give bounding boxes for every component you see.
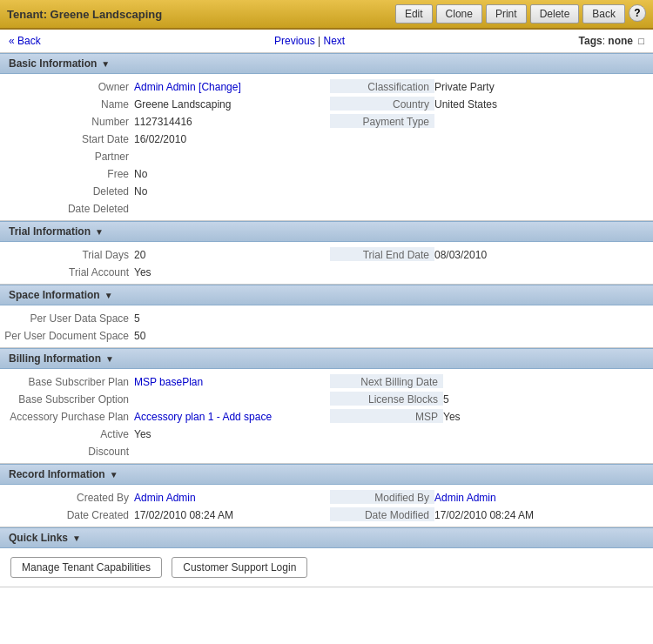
license-blocks-value: 5 xyxy=(443,392,449,406)
date-deleted-label: Date Deleted xyxy=(3,201,134,215)
trial-end-date-value: 08/03/2010 xyxy=(434,247,487,261)
base-subscriber-option-row: Base Subscriber Option xyxy=(0,390,326,407)
next-billing-date-row: Next Billing Date xyxy=(326,372,653,390)
base-subscriber-plan-row: Base Subscriber Plan MSP basePlan xyxy=(0,372,326,390)
billing-info-left: Base Subscriber Plan MSP basePlan Base S… xyxy=(0,372,326,460)
accessory-purchase-plan-value: Accessory plan 1 - Add space xyxy=(134,409,272,423)
owner-link[interactable]: Admin Admin xyxy=(134,81,196,93)
modified-by-row: Modified By Admin Admin xyxy=(326,488,653,506)
deleted-label: Deleted xyxy=(3,184,134,198)
modified-by-link[interactable]: Admin Admin xyxy=(434,492,496,504)
start-date-row: Start Date 16/02/2010 xyxy=(0,130,326,147)
back-button[interactable]: Back xyxy=(582,4,625,23)
delete-button[interactable]: Delete xyxy=(530,4,580,23)
space-info-content: Per User Data Space 5 Per User Document … xyxy=(0,305,653,347)
previous-link[interactable]: Previous xyxy=(274,35,315,47)
created-by-label: Created By xyxy=(3,490,134,504)
trial-account-label: Trial Account xyxy=(3,265,134,278)
quick-links-arrow[interactable]: ▼ xyxy=(72,533,81,543)
base-subscriber-plan-link[interactable]: MSP basePlan xyxy=(134,376,203,388)
quick-links-section: Quick Links ▼ Manage Tenant Capabilities… xyxy=(0,527,653,587)
trial-info-header: Trial Information ▼ xyxy=(0,221,653,242)
active-row: Active Yes xyxy=(0,425,326,442)
discount-label: Discount xyxy=(3,444,134,458)
trial-info-left: Trial Days 20 Trial Account Yes xyxy=(0,245,326,280)
record-info-right: Modified By Admin Admin Date Modified 17… xyxy=(326,488,653,523)
base-subscriber-plan-value: MSP basePlan xyxy=(134,374,203,388)
next-link[interactable]: Next xyxy=(324,35,346,47)
basic-info-content: Owner Admin Admin [Change] Name Greene L… xyxy=(0,74,653,220)
record-info-arrow[interactable]: ▼ xyxy=(110,470,118,480)
quick-links-content: Manage Tenant Capabilities Customer Supp… xyxy=(0,548,653,587)
basic-info-left: Owner Admin Admin [Change] Name Greene L… xyxy=(0,77,326,217)
owner-change-link[interactable]: [Change] xyxy=(199,81,241,93)
billing-info-arrow[interactable]: ▼ xyxy=(105,354,114,364)
per-user-data-value: 5 xyxy=(134,311,140,325)
date-modified-label: Date Modified xyxy=(330,507,434,521)
trial-end-date-label: Trial End Date xyxy=(330,247,434,261)
base-subscriber-option-label: Base Subscriber Option xyxy=(3,392,134,406)
classification-row: Classification Private Party xyxy=(326,77,653,95)
record-info-content: Created By Admin Admin Date Created 17/0… xyxy=(0,485,653,527)
record-info-title: Record Information xyxy=(9,468,105,480)
basic-info-right: Classification Private Party Country Uni… xyxy=(326,77,653,217)
number-row: Number 1127314416 xyxy=(0,112,326,130)
owner-row: Owner Admin Admin [Change] xyxy=(0,77,326,95)
number-value: 1127314416 xyxy=(134,114,192,128)
created-by-value: Admin Admin xyxy=(134,490,196,504)
accessory-purchase-plan-link[interactable]: Accessory plan 1 - Add space xyxy=(134,411,272,423)
space-info-header: Space Information ▼ xyxy=(0,285,653,305)
space-info-section: Space Information ▼ Per User Data Space … xyxy=(0,285,653,348)
trial-info-section: Trial Information ▼ Trial Days 20 Trial … xyxy=(0,221,653,285)
trial-info-right: Trial End Date 08/03/2010 xyxy=(326,245,653,280)
tags-edit-icon[interactable]: □ xyxy=(638,36,644,46)
free-label: Free xyxy=(3,166,134,180)
space-info-arrow[interactable]: ▼ xyxy=(104,291,113,300)
modified-by-value: Admin Admin xyxy=(434,490,496,504)
trial-info-grid: Trial Days 20 Trial Account Yes Trial En… xyxy=(0,245,653,280)
free-row: Free No xyxy=(0,164,326,182)
edit-button[interactable]: Edit xyxy=(395,4,433,23)
discount-row: Discount xyxy=(0,442,326,460)
billing-info-right: Next Billing Date License Blocks 5 MSP Y… xyxy=(326,372,653,460)
help-button[interactable]: ? xyxy=(629,4,646,22)
name-value: Greene Landscaping xyxy=(134,97,231,111)
basic-info-arrow[interactable]: ▼ xyxy=(101,59,110,69)
back-link[interactable]: « Back xyxy=(9,35,41,47)
trial-days-value: 20 xyxy=(134,247,145,261)
payment-type-label: Payment Type xyxy=(330,114,434,128)
header-buttons: Edit Clone Print Delete Back ? xyxy=(395,4,646,23)
billing-info-grid: Base Subscriber Plan MSP basePlan Base S… xyxy=(0,372,653,460)
manage-tenant-capabilities-button[interactable]: Manage Tenant Capabilities xyxy=(10,557,162,578)
payment-type-row: Payment Type xyxy=(326,112,653,130)
tenant-title: Tenant: Greene Landscaping xyxy=(7,8,162,21)
trial-info-arrow[interactable]: ▼ xyxy=(95,227,104,237)
back-link-container: « Back xyxy=(9,35,41,47)
date-deleted-row: Date Deleted xyxy=(0,199,326,217)
billing-info-content: Base Subscriber Plan MSP basePlan Base S… xyxy=(0,369,653,463)
quick-links-title: Quick Links xyxy=(9,532,68,544)
page-header: Tenant: Greene Landscaping Edit Clone Pr… xyxy=(0,0,653,30)
prev-next-nav: Previous | Next xyxy=(274,35,345,47)
tags-value: none xyxy=(608,35,633,47)
name-label: Name xyxy=(3,97,134,111)
per-user-data-label: Per User Data Space xyxy=(3,311,134,325)
trial-account-row: Trial Account Yes xyxy=(0,263,326,280)
active-label: Active xyxy=(3,426,134,440)
print-button[interactable]: Print xyxy=(486,4,527,23)
trial-info-title: Trial Information xyxy=(9,225,91,238)
country-row: Country United States xyxy=(326,95,653,112)
trial-account-value: Yes xyxy=(134,265,151,278)
owner-value: Admin Admin [Change] xyxy=(134,79,241,93)
created-by-link[interactable]: Admin Admin xyxy=(134,492,196,504)
basic-info-title: Basic Information xyxy=(9,57,97,70)
space-info-title: Space Information xyxy=(9,289,100,301)
clone-button[interactable]: Clone xyxy=(436,4,482,23)
customer-support-login-button[interactable]: Customer Support Login xyxy=(172,557,307,578)
billing-info-title: Billing Information xyxy=(9,352,101,365)
partner-label: Partner xyxy=(3,149,134,163)
owner-label: Owner xyxy=(3,79,134,93)
msp-row: MSP Yes xyxy=(326,407,653,425)
record-info-header: Record Information ▼ xyxy=(0,464,653,485)
quick-links-header: Quick Links ▼ xyxy=(0,527,653,548)
